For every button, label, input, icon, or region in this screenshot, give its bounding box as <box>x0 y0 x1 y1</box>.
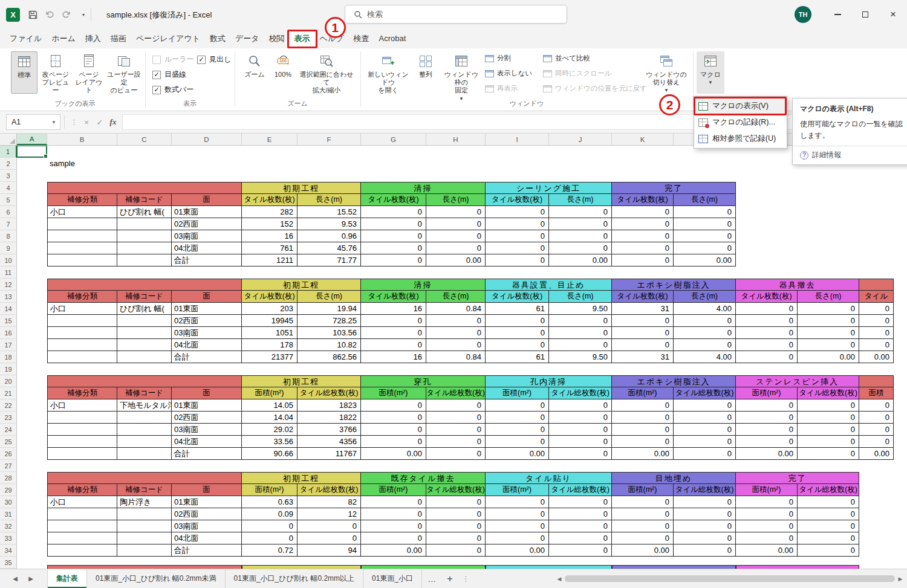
cell[interactable]: 11767 <box>297 448 361 460</box>
cell[interactable] <box>47 508 117 520</box>
synchronous-scrolling-button[interactable]: 同時にスクロール <box>543 69 611 78</box>
cell[interactable]: 0 <box>859 399 894 412</box>
cell[interactable]: 0.84 <box>426 303 486 315</box>
column-subheader-cell[interactable]: タイル総枚数(枚) <box>549 484 612 496</box>
cell[interactable]: 0 <box>486 496 549 508</box>
cell[interactable] <box>47 448 117 460</box>
cell[interactable]: 0 <box>486 242 549 254</box>
row-header-35[interactable]: 35 <box>0 557 17 569</box>
scroll-right-icon[interactable]: ▶ <box>896 576 905 582</box>
cell[interactable]: 0.96 <box>297 230 361 242</box>
cell[interactable] <box>117 242 172 254</box>
tab-splitter-handle[interactable]: ⋮ <box>458 569 473 588</box>
cell[interactable]: 0 <box>674 520 736 532</box>
cell[interactable] <box>47 339 117 351</box>
cell[interactable] <box>117 532 172 544</box>
cell[interactable]: 0 <box>798 520 859 532</box>
sheet-tab-3[interactable]: 01東面_小口 <box>363 569 422 588</box>
column-subheader-cell[interactable]: 補修分類 <box>47 291 117 303</box>
column-header-F[interactable]: F <box>297 134 361 145</box>
row-header-34[interactable]: 34 <box>0 544 17 557</box>
column-subheader-cell[interactable]: 面 <box>172 291 242 303</box>
cell-B2[interactable]: sample <box>47 158 154 170</box>
row-header-10[interactable]: 10 <box>0 254 17 267</box>
cell[interactable]: 0 <box>361 520 426 532</box>
cell[interactable]: 0 <box>426 339 486 351</box>
cell[interactable]: 0 <box>549 339 612 351</box>
column-subheader-cell[interactable]: 面積(m²) <box>361 387 426 399</box>
cell[interactable] <box>117 339 172 351</box>
cell[interactable]: 0 <box>361 436 426 448</box>
cell[interactable]: 0 <box>674 399 736 412</box>
row-header-16[interactable]: 16 <box>0 327 17 339</box>
row-header-17[interactable]: 17 <box>0 339 17 351</box>
cell[interactable]: 0 <box>486 412 549 424</box>
cell[interactable]: 3766 <box>297 424 361 436</box>
phase-header-cell[interactable]: 穿孔 <box>361 375 486 387</box>
cell[interactable]: 0 <box>486 218 549 230</box>
cell[interactable]: 0.84 <box>426 351 486 363</box>
column-header-J[interactable]: J <box>549 134 612 145</box>
cell[interactable]: 31 <box>612 303 674 315</box>
column-subheader-cell[interactable]: 面積(m²) <box>612 484 674 496</box>
cell[interactable]: 0 <box>612 339 674 351</box>
cell[interactable]: 12 <box>297 508 361 520</box>
avatar[interactable]: TH <box>795 6 811 23</box>
row-header-6[interactable]: 6 <box>0 206 17 218</box>
cell[interactable]: 203 <box>242 303 297 315</box>
cell[interactable]: 0 <box>612 242 674 254</box>
cell[interactable] <box>47 351 117 363</box>
close-icon[interactable]: × <box>879 0 907 29</box>
insert-function-icon[interactable]: fx <box>106 117 120 127</box>
scrollbar-thumb[interactable] <box>565 575 895 582</box>
phase-header-cell[interactable] <box>859 279 894 291</box>
cell[interactable]: 0.00 <box>361 544 426 557</box>
cell[interactable]: 0 <box>486 399 549 412</box>
column-subheader-cell[interactable]: タイル枚数(枚) <box>612 291 674 303</box>
menu-item-2[interactable]: 相対参照で記録(U) <box>694 131 787 147</box>
row-header-7[interactable]: 7 <box>0 218 17 230</box>
cell[interactable] <box>117 448 172 460</box>
phase-header-cell[interactable] <box>47 182 242 194</box>
cell[interactable]: 15.52 <box>297 206 361 218</box>
arrange-all-button[interactable]: 整列 <box>411 51 440 94</box>
cell[interactable]: 0 <box>486 327 549 339</box>
sheet-nav-left-icon[interactable]: ◀ <box>7 569 23 588</box>
zoom-100-button[interactable]: 100 100% <box>270 51 296 94</box>
cell[interactable]: 45.76 <box>297 242 361 254</box>
cell[interactable]: 0 <box>674 230 736 242</box>
cell[interactable]: 0 <box>426 520 486 532</box>
cell[interactable]: 0 <box>736 520 798 532</box>
column-subheader-cell[interactable]: 面積(m²) <box>612 387 674 399</box>
column-subheader-cell[interactable]: タイル枚数(枚) <box>612 194 674 206</box>
row-header-19[interactable]: 19 <box>0 363 17 375</box>
cell[interactable]: 33.56 <box>242 436 297 448</box>
phase-header-cell[interactable]: 清掃 <box>361 279 486 291</box>
cell[interactable]: 0 <box>361 424 426 436</box>
column-subheader-cell[interactable]: タイル総枚数(枚) <box>297 387 361 399</box>
cell[interactable]: 0 <box>486 424 549 436</box>
column-subheader-cell[interactable]: 面積(m²) <box>736 387 798 399</box>
cell[interactable] <box>117 327 172 339</box>
cell[interactable]: 14.05 <box>242 399 297 412</box>
column-subheader-cell[interactable]: タイル総枚数(枚) <box>297 484 361 496</box>
column-subheader-cell[interactable]: 長さ(m) <box>549 291 612 303</box>
cell[interactable]: 03南面 <box>172 424 242 436</box>
cell[interactable] <box>117 412 172 424</box>
cell[interactable]: 0 <box>612 496 674 508</box>
column-header-D[interactable]: D <box>172 134 242 145</box>
cell[interactable]: 0 <box>426 532 486 544</box>
column-subheader-cell[interactable]: 補修コード <box>117 194 172 206</box>
phase-header-cell[interactable]: 初期工程 <box>242 279 361 291</box>
cell[interactable] <box>47 218 117 230</box>
cell[interactable]: 合計 <box>172 254 242 267</box>
row-header-8[interactable]: 8 <box>0 230 17 242</box>
column-subheader-cell[interactable]: 長さ(m) <box>674 194 736 206</box>
formula-bar-handle[interactable]: ⋮ <box>71 118 77 126</box>
cell[interactable]: 0.63 <box>242 496 297 508</box>
more-sheets-button[interactable]: … <box>422 569 441 588</box>
select-all-corner[interactable] <box>0 134 17 145</box>
ribbon-tab-データ[interactable]: データ <box>230 29 264 48</box>
cell[interactable]: 0 <box>612 399 674 412</box>
cell[interactable]: 0 <box>549 412 612 424</box>
